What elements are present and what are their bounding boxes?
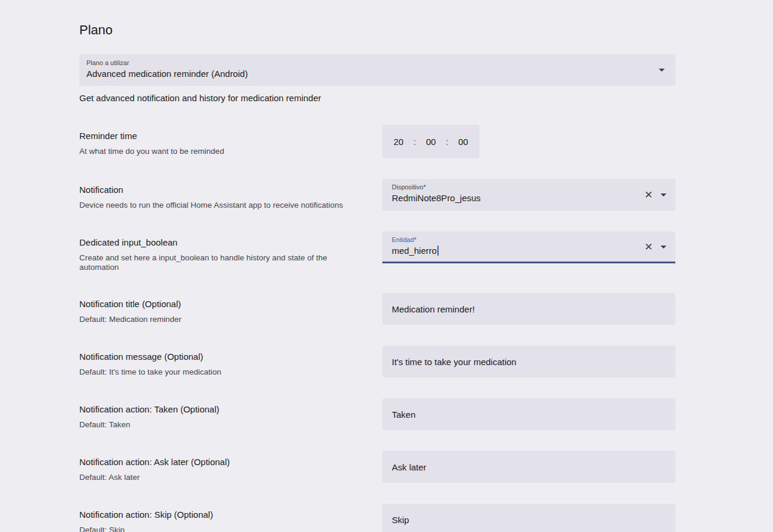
row-title: Notification action: Ask later (Optional… — [79, 457, 359, 467]
row-subtitle: At what time do you want to be reminded — [79, 147, 359, 156]
row-title: Notification title (Optional) — [79, 299, 359, 309]
setting-row-notification-message: Notification message (Optional) Default:… — [79, 346, 675, 378]
minutes-input[interactable]: 00 — [426, 137, 436, 147]
entity-combobox[interactable]: Entidad* med_hierro ✕ — [382, 231, 675, 263]
clear-icon[interactable]: ✕ — [643, 189, 654, 201]
hours-input[interactable]: 20 — [394, 137, 404, 147]
blueprint-description: Get advanced notification and history fo… — [79, 93, 675, 104]
row-subtitle: Default: Skip — [79, 525, 359, 532]
row-subtitle: Device needs to run the official Home As… — [79, 201, 359, 210]
row-title: Notification message (Optional) — [79, 352, 359, 362]
row-title: Notification action: Skip (Optional) — [79, 510, 359, 520]
chevron-down-icon[interactable] — [661, 246, 666, 249]
row-title: Notification action: Taken (Optional) — [79, 404, 359, 415]
blueprint-select[interactable]: Plano a utilizar Advanced medication rem… — [79, 54, 675, 86]
entity-combobox-value: med_hierro — [392, 246, 437, 256]
device-combobox[interactable]: Dispositivo* RedmiNote8Pro_jesus ✕ — [382, 179, 675, 211]
row-title: Reminder time — [79, 131, 359, 141]
setting-row-reminder-time: Reminder time At what time do you want t… — [79, 125, 675, 158]
page-title: Plano — [79, 22, 675, 38]
setting-row-notification-title: Notification title (Optional) Default: M… — [79, 293, 675, 325]
blueprint-select-value: Advanced medication reminder (Android) — [86, 69, 647, 79]
chevron-down-icon[interactable] — [661, 194, 666, 196]
row-subtitle: Default: Taken — [79, 420, 359, 430]
action-taken-input[interactable]: Taken — [382, 398, 675, 430]
row-subtitle: Default: It's time to take your medicati… — [79, 367, 359, 377]
time-separator: : — [446, 137, 448, 147]
row-subtitle: Create and set here a input_boolean to h… — [79, 253, 359, 272]
reminder-time-input[interactable]: 20 : 00 : 00 — [382, 125, 479, 158]
setting-row-action-skip: Notification action: Skip (Optional) Def… — [79, 504, 675, 532]
row-subtitle: Default: Medication reminder — [79, 315, 359, 324]
setting-row-action-ask-later: Notification action: Ask later (Optional… — [79, 451, 675, 483]
device-combobox-label: Dispositivo* — [392, 183, 633, 191]
setting-row-notification-device: Notification Device needs to run the off… — [79, 179, 675, 211]
clear-icon[interactable]: ✕ — [643, 240, 654, 253]
row-subtitle: Default: Ask later — [79, 473, 359, 482]
time-separator: : — [414, 137, 416, 147]
seconds-input[interactable]: 00 — [458, 137, 468, 147]
action-skip-input[interactable]: Skip — [382, 504, 675, 532]
device-combobox-value: RedmiNote8Pro_jesus — [392, 193, 633, 204]
row-title: Dedicated input_boolean — [79, 237, 359, 248]
chevron-down-icon[interactable] — [659, 69, 665, 72]
setting-row-input-boolean: Dedicated input_boolean Create and set h… — [79, 231, 675, 272]
blueprint-select-label: Plano a utilizar — [86, 59, 647, 67]
action-ask-later-input[interactable]: Ask later — [382, 451, 675, 483]
setting-row-action-taken: Notification action: Taken (Optional) De… — [79, 398, 675, 430]
blueprint-config-page: Plano Plano a utilizar Advanced medicati… — [0, 0, 773, 532]
text-caret — [437, 246, 439, 256]
entity-combobox-label: Entidad* — [392, 236, 633, 244]
row-title: Notification — [79, 185, 359, 195]
notification-message-input[interactable]: It's time to take your medication — [382, 346, 675, 378]
notification-title-input[interactable]: Medication reminder! — [382, 293, 675, 325]
